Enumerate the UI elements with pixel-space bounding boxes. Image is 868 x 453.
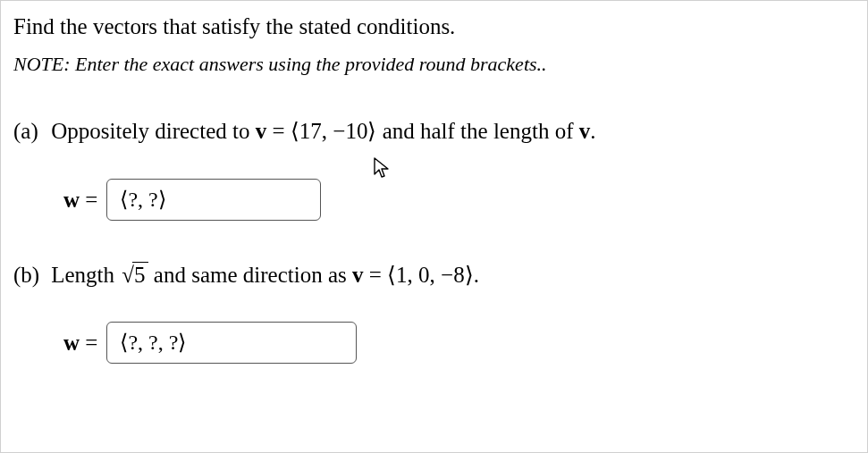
answer-a-lhs: w = <box>63 185 97 215</box>
part-a: (a) Oppositely directed to v = ⟨17, −10⟩… <box>13 116 855 147</box>
equals-sign: = <box>80 331 97 355</box>
vector-w-symbol: w <box>63 188 80 212</box>
equals-sign: = <box>80 188 97 212</box>
part-b-answer-input[interactable]: ⟨?, ?, ?⟩ <box>106 322 357 363</box>
part-b-text-2: and same direction as <box>148 263 352 287</box>
part-a-answer-input[interactable]: ⟨?, ?⟩ <box>106 179 321 220</box>
part-a-text-1: Oppositely directed to <box>46 119 256 143</box>
vector-v-symbol-2: v <box>579 119 591 143</box>
note-prefix: NOTE: <box>13 53 71 75</box>
part-b-vector-value: ⟨1, 0, −8⟩ <box>387 263 474 287</box>
sqrt-expression: √5 <box>120 260 147 290</box>
part-b-period: . <box>474 263 479 287</box>
equals-sign: = <box>266 119 291 143</box>
vector-v-symbol: v <box>352 263 364 287</box>
equals-sign: = <box>363 263 387 287</box>
part-a-text-2: and half the length of <box>376 119 578 143</box>
part-b: (b) Length √5 and same direction as v = … <box>13 260 855 290</box>
vector-v-symbol: v <box>256 119 267 143</box>
sqrt-radicand: 5 <box>132 262 148 287</box>
note-body: Enter the exact answers using the provid… <box>71 53 547 75</box>
answer-b-lhs: w = <box>63 328 97 358</box>
part-a-label: (a) <box>13 116 46 147</box>
part-a-vector-value: ⟨17, −10⟩ <box>291 119 377 143</box>
vector-w-symbol: w <box>63 331 80 355</box>
part-b-label: (b) <box>13 260 46 290</box>
part-b-answer-row: w = ⟨?, ?, ?⟩ <box>63 322 855 363</box>
cursor-icon <box>373 156 392 180</box>
question-card: Find the vectors that satisfy the stated… <box>0 0 868 453</box>
part-a-period: . <box>590 119 595 143</box>
part-a-answer-row: w = ⟨?, ?⟩ <box>63 179 855 220</box>
question-prompt: Find the vectors that satisfy the stated… <box>13 12 855 42</box>
part-b-text-1: Length <box>46 263 120 287</box>
question-note: NOTE: Enter the exact answers using the … <box>13 51 855 78</box>
